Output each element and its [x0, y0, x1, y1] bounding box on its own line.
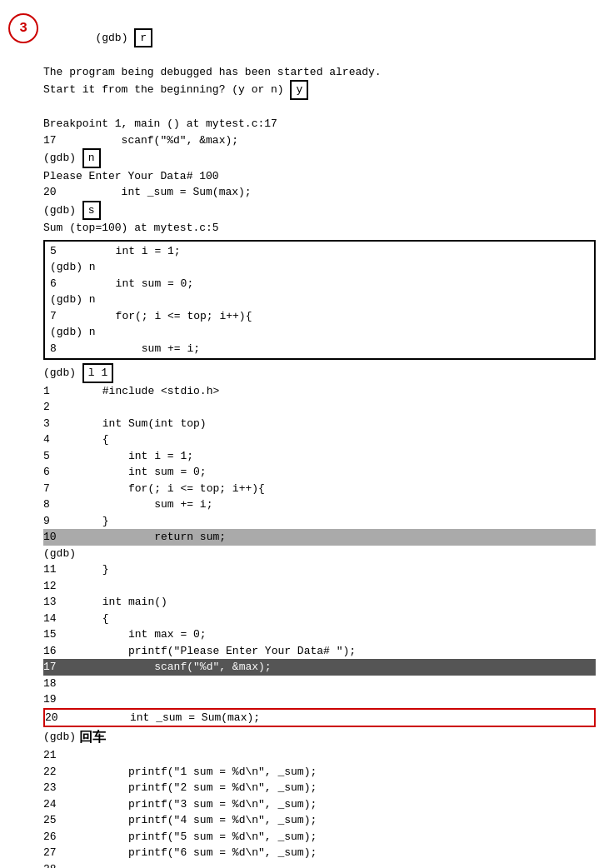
- list-26: 26 printf("5 sum = %d\n", _sum);: [43, 829, 596, 846]
- list-10-highlight: 10 return sum;: [43, 529, 596, 546]
- run-cmd: r: [134, 28, 152, 48]
- list-1: 1 #include <stdio.h>: [43, 383, 596, 400]
- gdb-prompt: (gdb): [95, 32, 134, 44]
- section-3: 3 (gdb) r The program being debugged has…: [0, 7, 604, 868]
- list-2: 2: [43, 399, 596, 416]
- list-20: 20 int _sum = Sum(max);: [45, 711, 260, 724]
- n-cmd-1: n: [82, 148, 101, 168]
- list-14: 14 {: [43, 611, 596, 627]
- term-line-17: 17 scanf("%d", &max);: [43, 132, 596, 149]
- s-cmd: s: [82, 201, 101, 221]
- term-line-please: Please Enter Your Data# 100: [43, 168, 596, 185]
- list-17: 17 scanf("%d", &max);: [43, 661, 272, 673]
- list-10: 10 return sum;: [43, 531, 226, 543]
- list-25: 25 printf("4 sum = %d\n", _sum);: [43, 812, 596, 829]
- huiche-label: 回车: [79, 727, 106, 747]
- list-12: 12: [43, 578, 596, 595]
- term-line-n1: (gdb) n: [43, 148, 596, 168]
- list-9: 9 }: [43, 513, 596, 530]
- l1-cmd: l 1: [82, 363, 113, 383]
- list-3: 3 int Sum(int top): [43, 416, 596, 432]
- section-badge-3: 3: [8, 13, 38, 43]
- list-5: 5 int i = 1;: [43, 448, 596, 465]
- list-23: 23 printf("2 sum = %d\n", _sum);: [43, 780, 596, 796]
- yes-cmd: y: [290, 80, 308, 100]
- list-13: 13 int main(): [43, 594, 596, 611]
- gdb-prompt-2: (gdb): [43, 729, 76, 746]
- list-24: 24 printf("3 sum = %d\n", _sum);: [43, 796, 596, 813]
- list-27: 27 printf("6 sum = %d\n", _sum);: [43, 845, 596, 861]
- term-line-program: The program being debugged has been star…: [43, 64, 596, 81]
- code-line-7: 7 for(; i <= top; i++){: [50, 308, 589, 325]
- list-11: 11 }: [43, 561, 596, 578]
- list-22: 22 printf("1 sum = %d\n", _sum);: [43, 764, 596, 781]
- list-18: 18: [43, 676, 596, 692]
- term-line-breakpoint: Breakpoint 1, main () at mytest.c:17: [43, 116, 596, 132]
- code-line-5: 5 int i = 1;: [50, 243, 589, 260]
- list-8: 8 sum += i;: [43, 496, 596, 513]
- code-line-6: 6 int sum = 0;: [50, 276, 589, 292]
- list-6: 6 int sum = 0;: [43, 464, 596, 481]
- term-line-s1: (gdb) s: [43, 201, 596, 221]
- list-7: 7 for(; i <= top; i++){: [43, 481, 596, 497]
- term-line-20: 20 int _sum = Sum(max);: [43, 184, 596, 201]
- code-line-8: 8 sum += i;: [50, 341, 589, 357]
- term-line-sum: Sum (top=100) at mytest.c:5: [43, 220, 596, 237]
- code-border-1: 5 int i = 1; (gdb) n 6 int sum = 0; (gdb…: [43, 240, 596, 361]
- list-19: 19: [43, 691, 596, 708]
- list-17-highlight: 17 scanf("%d", &max);: [43, 659, 596, 676]
- list-15: 15 int max = 0;: [43, 626, 596, 643]
- list-20-highlight: 20 int _sum = Sum(max);: [43, 708, 596, 728]
- list-21: 21: [43, 747, 596, 764]
- term-line-start: Start it from the beginning? (y or n) y: [43, 80, 596, 100]
- list-28: 28: [43, 861, 596, 869]
- list-16: 16 printf("Please Enter Your Data# ");: [43, 643, 596, 660]
- code-gdb-n4: (gdb) n: [50, 324, 589, 341]
- page-container: 3 (gdb) r The program being debugged has…: [0, 0, 604, 868]
- term-line-run: (gdb) r: [43, 12, 596, 64]
- list-4: 4 {: [43, 432, 596, 448]
- term-line-blank1: [43, 100, 596, 117]
- list-gdb-return: (gdb) 回车: [43, 727, 596, 747]
- terminal-block-3: (gdb) r The program being debugged has b…: [43, 12, 596, 868]
- code-gdb-n3: (gdb) n: [50, 292, 589, 308]
- code-gdb-n2: (gdb) n: [50, 259, 589, 276]
- term-line-l1-cmd: (gdb) l 1: [43, 363, 596, 383]
- code-listing: 1 #include <stdio.h> 2 3 int Sum(int top…: [43, 383, 596, 869]
- list-gdb: (gdb): [43, 546, 596, 562]
